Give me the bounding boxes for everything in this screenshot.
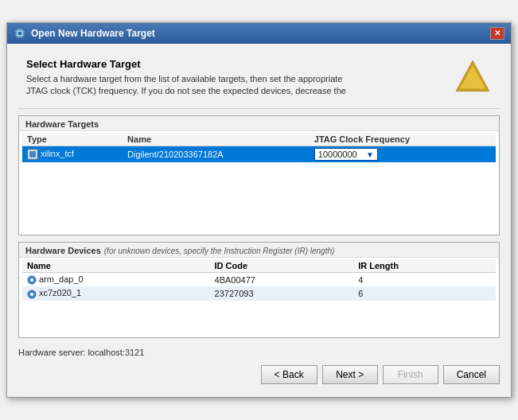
dev-ir-0: 4 [353,273,496,287]
titlebar: Open New Hardware Target ✕ [7,23,511,44]
svg-rect-13 [29,151,36,158]
logo-area [454,58,492,99]
window-title: Open New Hardware Target [31,28,155,39]
dev-id-0: 4BA00477 [210,273,354,287]
next-button[interactable]: Next > [322,365,378,384]
desc-line1: Select a hardware target from the list o… [26,74,342,84]
titlebar-title: Open New Hardware Target [14,27,155,40]
svg-point-17 [30,293,33,296]
cell-name: Digilent/210203367182A [123,146,310,163]
xilinx-logo [454,58,492,96]
hardware-devices-table: Name ID Code IR Length arm_dap_0 [22,259,496,300]
device-icon-1 [27,290,37,299]
dev-name-0: arm_dap_0 [22,273,210,287]
table-row[interactable]: xilinx_tcf Digilent/210203367182A 100000… [22,146,496,163]
section-desc: Select a hardware target from the list o… [26,73,492,98]
section-title: Select Hardware Target [26,58,492,70]
cancel-button[interactable]: Cancel [443,365,500,384]
col-freq: JTAG Clock Frequency [310,133,496,146]
col-type: Type [22,133,123,146]
col-name: Name [123,133,310,146]
main-window: Open New Hardware Target ✕ Select Hardwa… [6,22,512,399]
dev-col-name: Name [22,259,210,273]
dev-col-ir: IR Length [353,259,496,273]
table-row[interactable]: xc7z020_1 23727093 6 [22,286,496,300]
finish-button[interactable]: Finish [383,365,438,384]
footer-status: Hardware server: localhost:3121 [18,344,500,362]
targets-table-area: Type Name JTAG Clock Frequency xilinx_ [19,131,499,235]
dropdown-arrow-icon: ▼ [361,150,374,159]
cell-type: xilinx_tcf [22,146,123,163]
svg-rect-1 [18,32,21,35]
footer-buttons: < Back Next > Finish Cancel [18,362,500,389]
dev-ir-1: 6 [353,286,496,300]
freq-dropdown[interactable]: 10000000 ▼ [314,148,378,161]
hardware-targets-table: Type Name JTAG Clock Frequency xilinx_ [22,133,496,162]
dev-col-id: ID Code [210,259,354,273]
close-button[interactable]: ✕ [490,27,504,40]
devices-table-area: Name ID Code IR Length arm_dap_0 [19,258,499,337]
cell-freq: 10000000 ▼ [310,146,496,163]
svg-point-15 [30,278,33,282]
main-content: Select Hardware Target Select a hardware… [7,44,511,398]
type-icon [27,149,38,160]
dev-name-1: xc7z020_1 [22,286,210,300]
hardware-devices-group: Hardware Devices (for unknown devices, s… [18,242,500,338]
table-row[interactable]: arm_dap_0 4BA00477 4 [22,273,496,287]
header-area: Select Hardware Target Select a hardware… [18,52,500,110]
hardware-devices-header: Hardware Devices (for unknown devices, s… [19,243,499,258]
window-icon [14,27,26,40]
device-icon-0 [27,275,37,285]
back-button[interactable]: < Back [261,365,317,384]
titlebar-controls: ✕ [490,27,504,40]
hardware-targets-group: Hardware Targets Type Name JTAG Clock Fr… [18,115,500,235]
hardware-devices-label: Hardware Devices [25,246,101,255]
dev-id-1: 23727093 [210,286,354,300]
hardware-targets-label: Hardware Targets [19,116,499,131]
header-text: Select Hardware Target Select a hardware… [26,58,492,98]
desc-line2: JTAG clock (TCK) frequency. If you do no… [26,86,346,95]
hardware-devices-note: (for unknown devices, specify the Instru… [104,247,335,255]
